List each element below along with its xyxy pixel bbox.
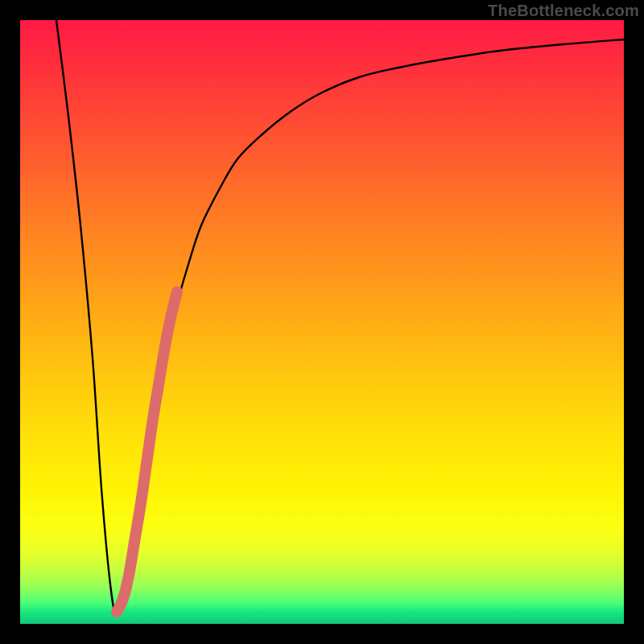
plot-area <box>20 20 624 624</box>
watermark-text: TheBottleneck.com <box>488 2 639 20</box>
chart-frame: TheBottleneck.com <box>0 0 644 644</box>
highlight-segment-path <box>117 292 177 613</box>
curve-svg <box>20 20 624 624</box>
